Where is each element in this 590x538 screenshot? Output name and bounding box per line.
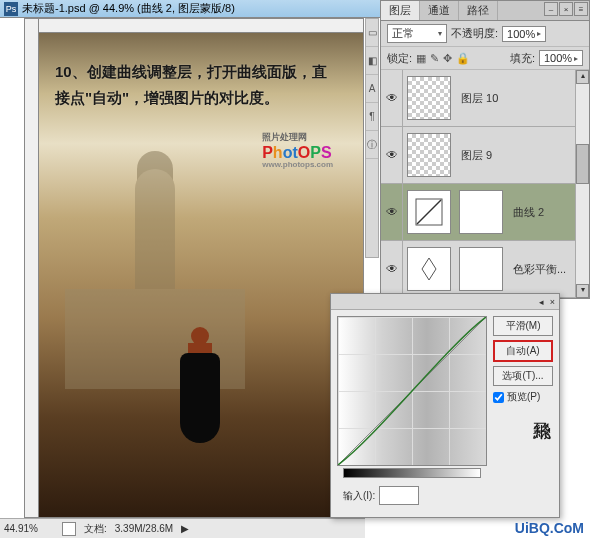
curves-dialog: ◂ × 输入(I): 平滑(M) 自动(A) 选项(T)...: [330, 293, 560, 518]
lock-label: 锁定:: [387, 51, 412, 66]
ruler-vertical[interactable]: [25, 19, 39, 517]
scroll-up-button[interactable]: ▴: [576, 70, 589, 84]
curve-line[interactable]: [338, 317, 486, 465]
blend-mode-select[interactable]: 正常 ▾: [387, 24, 447, 43]
tab-paths[interactable]: 路径: [459, 1, 498, 20]
doc-label: 文档:: [84, 522, 107, 536]
panel-menu-button[interactable]: ≡: [574, 2, 588, 16]
paragraph-icon[interactable]: ¶: [366, 103, 378, 131]
lock-pixels-icon[interactable]: ✎: [430, 52, 439, 65]
layer-thumbnail[interactable]: [407, 76, 451, 120]
visibility-icon[interactable]: 👁: [381, 127, 403, 183]
layer-row[interactable]: 👁 图层 10: [381, 70, 575, 127]
fill-input[interactable]: 100% ▸: [539, 50, 583, 66]
fill-value: 100%: [544, 52, 572, 64]
header-arrow-icon[interactable]: ◂: [539, 297, 544, 307]
curves-adjustment-thumbnail[interactable]: [407, 190, 451, 234]
smooth-button[interactable]: 平滑(M): [493, 316, 553, 336]
blend-mode-value: 正常: [392, 26, 414, 41]
color-balance-thumbnail[interactable]: [407, 247, 451, 291]
lock-transparency-icon[interactable]: ▦: [416, 52, 426, 65]
zoom-value[interactable]: 44.91%: [4, 523, 54, 534]
status-selector[interactable]: [62, 522, 76, 536]
navigator-icon[interactable]: ▭: [366, 19, 378, 47]
input-gradient[interactable]: [343, 468, 481, 478]
tab-channels[interactable]: 通道: [420, 1, 459, 20]
input-label: 输入(I):: [343, 489, 375, 503]
tab-layers[interactable]: 图层: [381, 1, 420, 20]
visibility-icon[interactable]: 👁: [381, 70, 403, 126]
curves-header[interactable]: ◂ ×: [331, 294, 559, 310]
header-close-icon[interactable]: ×: [550, 297, 555, 307]
panel-minimize-button[interactable]: –: [544, 2, 558, 16]
side-tool-strip: ▭ ◧ A ¶ ⓘ: [365, 18, 379, 258]
layer-name[interactable]: 曲线 2: [507, 205, 575, 220]
layer-row[interactable]: 👁 色彩平衡...: [381, 241, 575, 298]
lock-row: 锁定: ▦ ✎ ✥ 🔒 填充: 100% ▸: [381, 47, 589, 70]
options-button[interactable]: 选项(T)...: [493, 366, 553, 386]
ps-icon: Ps: [4, 2, 18, 16]
chevron-right-icon: ▸: [537, 29, 541, 38]
doc-size: 3.39M/28.6M: [115, 523, 173, 534]
color-icon[interactable]: ◧: [366, 47, 378, 75]
tutorial-text: 10、创建曲线调整层，打开曲线面版，直接点"自动"，增强图片的对比度。: [55, 59, 333, 111]
opacity-value: 100%: [507, 28, 535, 40]
logo-url: www.photops.com: [262, 160, 333, 169]
layer-mask-thumbnail[interactable]: [459, 247, 503, 291]
opacity-label: 不透明度:: [451, 26, 498, 41]
watermark: UiBQ.CoM: [515, 520, 584, 536]
preview-label: 预览(P): [507, 390, 540, 404]
layer-row[interactable]: 👁 图层 9: [381, 127, 575, 184]
scroll-down-button[interactable]: ▾: [576, 284, 589, 298]
status-arrow[interactable]: ▶: [181, 523, 189, 534]
preview-checkbox[interactable]: [493, 392, 504, 403]
photops-logo: 照片处理网 PhotOPS www.photops.com: [262, 131, 333, 169]
scroll-track[interactable]: [576, 84, 589, 284]
panel-close-button[interactable]: ×: [559, 2, 573, 16]
status-bar: 44.91% 文档: 3.39M/28.6M ▶: [0, 518, 365, 538]
ruler-horizontal[interactable]: [39, 19, 363, 33]
logo-subtitle-top: 照片处理网: [262, 131, 333, 144]
blend-row: 正常 ▾ 不透明度: 100% ▸: [381, 21, 589, 47]
layer-mask-thumbnail[interactable]: [459, 190, 503, 234]
figure-illustration: [175, 327, 225, 457]
info-icon[interactable]: ⓘ: [366, 131, 378, 159]
preview-checkbox-row[interactable]: 预览(P): [493, 390, 553, 404]
calligraphy-signature: 飛絲: [514, 408, 554, 478]
fill-label: 填充:: [510, 51, 535, 66]
layer-name[interactable]: 图层 10: [455, 91, 575, 106]
opacity-input[interactable]: 100% ▸: [502, 26, 546, 42]
lock-all-icon[interactable]: 🔒: [456, 52, 470, 65]
layers-scrollbar[interactable]: ▴ ▾: [575, 70, 589, 298]
visibility-icon[interactable]: 👁: [381, 241, 403, 297]
layer-row-selected[interactable]: 👁 曲线 2: [381, 184, 575, 241]
character-icon[interactable]: A: [366, 75, 378, 103]
panel-tabs: 图层 通道 路径 – × ≡: [381, 1, 589, 21]
input-value-field[interactable]: [379, 486, 419, 505]
curves-graph[interactable]: [337, 316, 487, 466]
chevron-down-icon: ▾: [438, 29, 442, 38]
curves-input-row: [337, 466, 487, 484]
scroll-thumb[interactable]: [576, 144, 589, 184]
lock-icons: ▦ ✎ ✥ 🔒: [416, 52, 470, 65]
chevron-right-icon: ▸: [574, 54, 578, 63]
layer-list: 👁 图层 10 👁 图层 9 👁 曲线 2 👁: [381, 70, 575, 298]
lock-position-icon[interactable]: ✥: [443, 52, 452, 65]
auto-button[interactable]: 自动(A): [493, 340, 553, 362]
layer-thumbnail[interactable]: [407, 133, 451, 177]
layer-name[interactable]: 色彩平衡...: [507, 262, 575, 277]
layer-name[interactable]: 图层 9: [455, 148, 575, 163]
visibility-icon[interactable]: 👁: [381, 184, 403, 240]
canvas-area[interactable]: 10、创建曲线调整层，打开曲线面版，直接点"自动"，增强图片的对比度。 照片处理…: [24, 18, 364, 518]
layers-panel: 图层 通道 路径 – × ≡ 正常 ▾ 不透明度: 100% ▸ 锁定: ▦ ✎…: [380, 0, 590, 299]
